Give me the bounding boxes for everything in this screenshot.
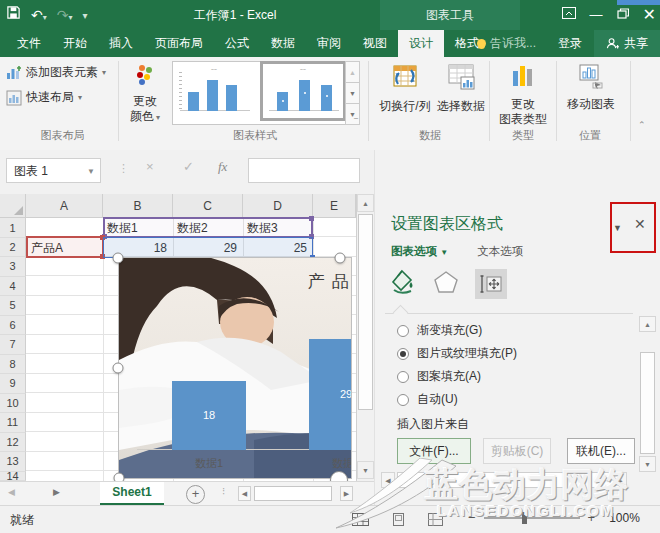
row-header-5[interactable]: 5 [0, 296, 26, 316]
collapse-ribbon-icon[interactable]: ⌃ [638, 120, 646, 130]
size-properties-icon[interactable] [475, 269, 507, 299]
page-break-preview-icon[interactable] [428, 512, 443, 530]
radio-gradient-fill[interactable]: 渐变填充(G) [397, 322, 482, 339]
name-box[interactable]: 图表 1 ▼ [6, 158, 101, 183]
gallery-more-button[interactable]: ▼̲ [345, 103, 360, 125]
scroll-up-icon[interactable]: ▲ [357, 194, 374, 212]
share-button[interactable]: 共享 [594, 30, 660, 57]
row-header-12[interactable]: 12 [0, 433, 26, 453]
zoom-in-icon[interactable]: + [588, 510, 596, 526]
col-header-C[interactable]: C [173, 194, 243, 218]
col-header-E[interactable]: E [313, 194, 356, 218]
chart-style-2-selected[interactable]: ~~ [263, 64, 343, 118]
formula-input[interactable] [248, 158, 360, 183]
enter-icon[interactable]: ✓ [183, 159, 194, 174]
row-header-6[interactable]: 6 [0, 316, 26, 336]
row-header-9[interactable]: 9 [0, 374, 26, 394]
chart-bar-2[interactable]: 29 [309, 339, 352, 450]
sheet-nav-left-icon[interactable]: ◀ [8, 487, 15, 497]
tab-5[interactable]: 数据 [260, 30, 306, 57]
pane-scroll-up-icon[interactable]: ▲ [639, 316, 656, 332]
pane-scroll-right-icon[interactable]: ▶ [613, 472, 627, 488]
scroll-thumb[interactable] [358, 214, 373, 410]
zoom-slider[interactable] [484, 517, 580, 519]
col-header-A[interactable]: A [26, 194, 103, 218]
normal-view-icon[interactable] [352, 512, 369, 530]
change-colors-button[interactable]: 更改 颜色 ▾ [122, 63, 168, 125]
pane-tab-chart-options[interactable]: 图表选项 ▼ [391, 245, 448, 257]
chart-bar-1[interactable]: 18 [172, 381, 246, 450]
row-header-7[interactable]: 7 [0, 335, 26, 355]
name-box-dropdown-icon[interactable]: ▼ [87, 159, 95, 184]
insert-function-icon[interactable]: fx [218, 159, 227, 175]
zoom-level-label[interactable]: 100% [609, 511, 640, 525]
new-sheet-icon[interactable]: + [186, 485, 205, 504]
tell-me-box[interactable]: 告诉我... [467, 35, 546, 52]
tab-8[interactable]: 设计 [398, 30, 444, 57]
tab-3[interactable]: 页面布局 [144, 30, 214, 57]
chart-handle-top-left[interactable] [113, 253, 124, 264]
pane-vertical-scrollbar[interactable]: ▲ ▼ [639, 316, 656, 533]
row-header-14[interactable]: 14 [0, 472, 26, 482]
effects-pentagon-icon[interactable] [433, 269, 459, 299]
chart-style-1[interactable]: ~~ [174, 64, 254, 118]
customize-qat-icon[interactable]: ▾ [83, 10, 88, 21]
pane-scroll-down-icon[interactable]: ▼ [639, 456, 656, 472]
pane-scroll-left-icon[interactable]: ◀ [381, 472, 395, 488]
zoom-slider-thumb[interactable] [522, 512, 527, 524]
pane-horizontal-scrollbar[interactable]: ◀ ▶ [381, 472, 633, 488]
tab-4[interactable]: 公式 [214, 30, 260, 57]
chart-title[interactable]: 产品A [119, 270, 352, 293]
radio-pattern-fill[interactable]: 图案填充(A) [397, 368, 481, 385]
ribbon-display-options-icon[interactable] [562, 0, 576, 30]
tab-2[interactable]: 插入 [98, 30, 144, 57]
zoom-out-icon[interactable]: − [468, 510, 476, 526]
col-header-D[interactable]: D [243, 194, 313, 218]
tab-6[interactable]: 审阅 [306, 30, 352, 57]
switch-row-column-button[interactable]: 切换行/列 [376, 62, 434, 114]
scroll-down-icon[interactable]: ▼ [357, 461, 374, 479]
undo-button[interactable]: ↶▾ [31, 5, 47, 25]
row-header-3[interactable]: 3 [0, 257, 26, 277]
row-header-4[interactable]: 4 [0, 277, 26, 297]
hscroll-right-icon[interactable]: ▶ [340, 486, 353, 501]
tab-0[interactable]: 文件 [6, 30, 52, 57]
chart-handle-middle-left[interactable] [113, 363, 124, 374]
chart-object[interactable]: 产品A 18 29 25 数据1 数据2 数据3 [118, 257, 352, 479]
col-header-B[interactable]: B [103, 194, 173, 218]
minimize-button[interactable]: — [590, 0, 603, 30]
move-chart-button[interactable]: 移动图表 [562, 62, 620, 112]
sign-in-button[interactable]: 登录 [546, 30, 594, 57]
fill-bucket-icon[interactable] [389, 268, 417, 300]
online-button[interactable]: 联机(E)... [567, 438, 635, 464]
row-header-2[interactable]: 2 [0, 238, 26, 257]
sheet-nav-right-icon[interactable]: ▶ [53, 487, 60, 497]
hscroll-track[interactable] [254, 486, 332, 501]
select-data-button[interactable]: 选择数据 [434, 62, 488, 114]
row-header-11[interactable]: 11 [0, 413, 26, 433]
sheet-tab-sheet1[interactable]: Sheet1 [100, 482, 164, 505]
file-button[interactable]: 文件(F)... [397, 438, 471, 464]
row-header-8[interactable]: 8 [0, 355, 26, 375]
chart-handle-top-middle[interactable] [335, 253, 346, 264]
change-chart-type-button[interactable]: 更改 图表类型 [494, 62, 552, 127]
gallery-up-button[interactable]: ▲ [345, 61, 360, 83]
formula-bar-splitter[interactable]: ⋮ [118, 162, 129, 175]
pane-tab-text-options[interactable]: 文本选项 [477, 245, 523, 257]
pane-hscroll-track[interactable] [397, 472, 611, 488]
gallery-down-button[interactable]: ▼ [345, 82, 360, 104]
grid-vertical-scrollbar[interactable]: ▲ ▼ [356, 194, 374, 481]
cancel-icon[interactable]: × [146, 159, 154, 174]
row-header-13[interactable]: 13 [0, 452, 26, 472]
hscroll-left-icon[interactable]: ◀ [238, 486, 251, 501]
redo-button[interactable]: ↷▾ [57, 5, 73, 25]
quick-layout-button[interactable]: 快速布局 ▾ [6, 89, 82, 106]
tab-7[interactable]: 视图 [352, 30, 398, 57]
radio-picture-texture-fill[interactable]: 图片或纹理填充(P) [397, 345, 517, 362]
sheet-bar-splitter[interactable]: ⁝ [222, 486, 225, 497]
pane-scroll-thumb[interactable] [640, 352, 655, 454]
radio-automatic[interactable]: 自动(U) [397, 391, 458, 408]
select-all-corner[interactable] [0, 194, 26, 218]
save-icon[interactable] [6, 5, 21, 25]
tab-1[interactable]: 开始 [52, 30, 98, 57]
